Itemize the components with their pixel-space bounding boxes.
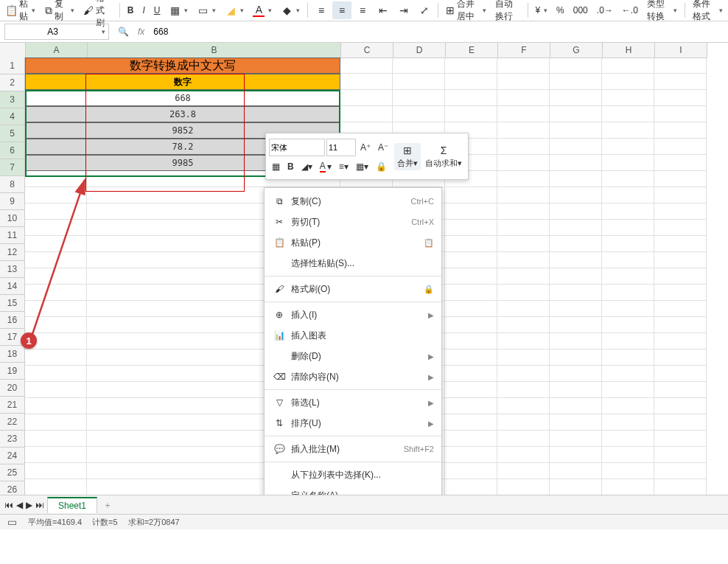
cell-I27[interactable] xyxy=(654,479,707,495)
cell-I22[interactable] xyxy=(654,398,707,414)
cell-G27[interactable] xyxy=(550,479,602,495)
cell-E2[interactable] xyxy=(445,74,497,90)
row-header-10[interactable]: 10 xyxy=(0,210,25,227)
cell-I23[interactable] xyxy=(654,414,707,431)
cell-H12[interactable] xyxy=(602,236,654,252)
col-header-I[interactable]: I xyxy=(655,43,707,58)
ctx-item-9[interactable]: 删除(D) ▶ xyxy=(265,346,441,366)
cell-A22[interactable] xyxy=(25,398,87,414)
cell-I17[interactable] xyxy=(654,317,707,333)
cell-H25[interactable] xyxy=(602,447,654,463)
cell-H14[interactable] xyxy=(602,268,654,285)
row-header-5[interactable]: 5 xyxy=(0,125,25,142)
cell-E9[interactable] xyxy=(445,187,497,203)
paste-button[interactable]: 📋粘贴▾ xyxy=(1,1,39,19)
cell-G16[interactable] xyxy=(550,301,602,317)
cell-F15[interactable] xyxy=(497,285,550,301)
cell-I11[interactable] xyxy=(654,220,707,236)
cell-H17[interactable] xyxy=(602,317,654,333)
cell-E1[interactable] xyxy=(445,58,497,74)
cell-H15[interactable] xyxy=(602,285,654,301)
cell-I16[interactable] xyxy=(654,301,707,317)
highlight-button[interactable]: ◆▾ xyxy=(277,1,304,19)
col-header-F[interactable]: F xyxy=(498,43,550,58)
ctx-item-17[interactable]: 从下拉列表中选择(K)... xyxy=(265,464,441,485)
cell-F2[interactable] xyxy=(497,74,550,90)
cell-H2[interactable] xyxy=(602,74,654,90)
cell-E17[interactable] xyxy=(445,317,497,333)
cell-G19[interactable] xyxy=(550,349,602,366)
cell-G3[interactable] xyxy=(550,90,602,106)
cell-G4[interactable] xyxy=(550,106,602,122)
cell-A19[interactable] xyxy=(25,349,87,366)
border-style-button[interactable]: ▭▾ xyxy=(193,1,220,19)
cell-I12[interactable] xyxy=(654,236,707,252)
cell-E3[interactable] xyxy=(445,90,497,106)
cell-F19[interactable] xyxy=(497,349,550,366)
cell-I25[interactable] xyxy=(654,447,707,463)
ctx-item-1[interactable]: ✂ 剪切(T) Ctrl+X xyxy=(265,212,441,232)
row-header-4[interactable]: 4 xyxy=(0,108,25,125)
cell-I13[interactable] xyxy=(654,252,707,268)
mini-lock[interactable]: 🔒 xyxy=(373,160,390,173)
cell-I9[interactable] xyxy=(654,187,707,203)
cell-G9[interactable] xyxy=(550,187,602,203)
col-header-H[interactable]: H xyxy=(603,43,655,58)
cell-F27[interactable] xyxy=(497,479,550,495)
cell-H13[interactable] xyxy=(602,252,654,268)
cell-H20[interactable] xyxy=(602,366,654,382)
cell-I19[interactable] xyxy=(654,349,707,366)
sheet-tab-active[interactable]: Sheet1 xyxy=(47,497,97,513)
cond-format-button[interactable]: 条件格式▾ xyxy=(689,1,727,19)
mini-align[interactable]: ≡▾ xyxy=(336,160,351,173)
row-header-18[interactable]: 18 xyxy=(0,346,25,363)
cell-I5[interactable] xyxy=(654,122,707,139)
cell-G17[interactable] xyxy=(550,317,602,333)
cell-E18[interactable] xyxy=(445,333,497,349)
cell-E23[interactable] xyxy=(445,414,497,431)
cell-G14[interactable] xyxy=(550,268,602,285)
cell-F20[interactable] xyxy=(497,366,550,382)
sheet-nav-prev[interactable]: ◀ xyxy=(16,500,23,510)
cell-I4[interactable] xyxy=(654,106,707,122)
cell-H5[interactable] xyxy=(602,122,654,139)
row-header-22[interactable]: 22 xyxy=(0,414,25,431)
cell-F14[interactable] xyxy=(497,268,550,285)
cell-A23[interactable] xyxy=(25,414,87,431)
col-header-E[interactable]: E xyxy=(446,43,498,58)
merge-center-button[interactable]: ⊞合并居中▾ xyxy=(442,1,490,19)
cell-C1[interactable] xyxy=(340,58,393,74)
row-header-21[interactable]: 21 xyxy=(0,397,25,414)
row-header-6[interactable]: 6 xyxy=(0,142,25,159)
cell-E27[interactable] xyxy=(445,479,497,495)
row-header-9[interactable]: 9 xyxy=(0,193,25,210)
cell-I18[interactable] xyxy=(654,333,707,349)
cell-H22[interactable] xyxy=(602,398,654,414)
cell-I8[interactable] xyxy=(654,171,707,187)
cell-C4[interactable] xyxy=(340,106,393,122)
sheet-add-button[interactable]: ＋ xyxy=(100,498,115,512)
format-painter-button[interactable]: 🖌格式刷 xyxy=(80,1,116,19)
mini-font-select[interactable] xyxy=(269,139,325,156)
cell-E10[interactable] xyxy=(445,203,497,220)
cell-G26[interactable] xyxy=(550,463,602,479)
sheet-nav-next[interactable]: ▶ xyxy=(26,500,32,510)
spreadsheet-grid[interactable]: ABCDEFGHI 123456789101112131415161718192… xyxy=(0,43,728,529)
borders-button[interactable]: ▦▾ xyxy=(165,1,192,19)
cell-G8[interactable] xyxy=(550,171,602,187)
mini-border-icon[interactable]: ▦ xyxy=(269,160,283,173)
name-box[interactable]: ▾ xyxy=(4,24,109,40)
cell-H16[interactable] xyxy=(602,301,654,317)
cell-I10[interactable] xyxy=(654,203,707,220)
ctx-item-0[interactable]: ⧉ 复制(C) Ctrl+C xyxy=(265,191,441,212)
row-header-11[interactable]: 11 xyxy=(0,227,25,244)
mini-font-color[interactable]: A▾ xyxy=(317,159,335,174)
cell-H18[interactable] xyxy=(602,333,654,349)
formula-input[interactable] xyxy=(149,26,728,38)
align-center-button[interactable]: ≡ xyxy=(332,1,351,19)
cell-H21[interactable] xyxy=(602,382,654,398)
cell-F9[interactable] xyxy=(497,187,550,203)
row-header-19[interactable]: 19 xyxy=(0,363,25,380)
sheet-nav-first[interactable]: ⏮ xyxy=(4,500,13,510)
font-color-button[interactable]: A▾ xyxy=(249,1,276,19)
